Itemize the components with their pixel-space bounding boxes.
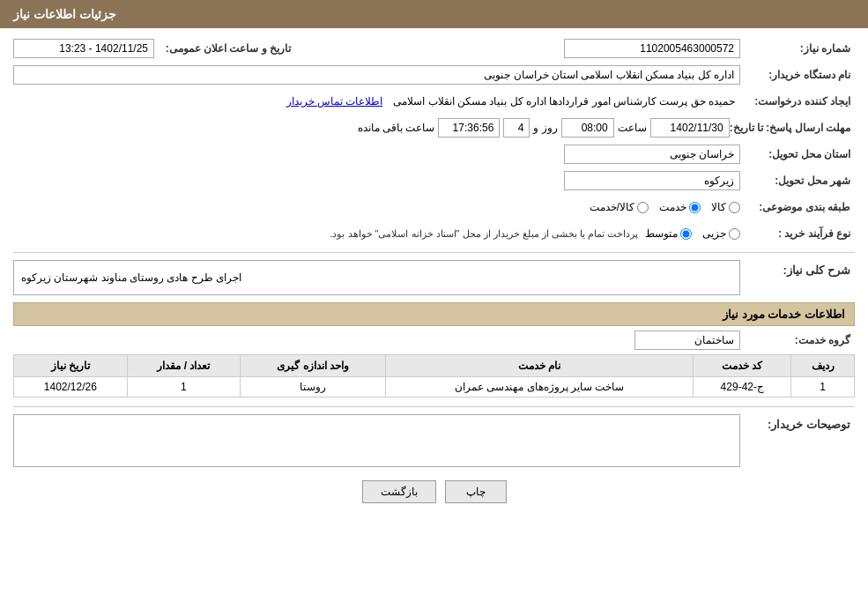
- nam-dastgah-label: نام دستگاه خریدار:: [740, 69, 855, 81]
- tarikh-label: تاریخ و ساعت اعلان عمومی:: [154, 42, 295, 55]
- page-container: جزئیات اطلاعات نیاز شماره نیاز: 11020054…: [0, 0, 868, 609]
- tabaqe-khedmat-item: خدمت: [659, 201, 701, 213]
- shahr-value: زیرکوه: [564, 171, 740, 190]
- table-cell: روستا: [241, 377, 386, 397]
- sherh-row: شرح کلی نیاز: اجرای طرح هادی روستای مناو…: [13, 260, 855, 295]
- page-title: جزئیات اطلاعات نیاز: [13, 7, 116, 21]
- tarikh-value: 1402/11/25 - 13:23: [13, 39, 154, 58]
- divider2: [13, 406, 855, 407]
- col-radif: ردیف: [791, 355, 855, 377]
- shomara-niaz-label: شماره نیاز:: [740, 42, 855, 55]
- rooz-label: روز و: [533, 122, 557, 134]
- col-unit: واحد اندازه گیری: [241, 355, 386, 377]
- nam-dastgah-value: اداره کل بنیاد مسکن انقلاب اسلامی استان …: [13, 65, 740, 85]
- ostan-label: استان محل تحویل:: [740, 148, 855, 160]
- tabaqe-kala-radio[interactable]: [729, 202, 740, 213]
- mohlat-label: مهلت ارسال پاسخ: تا تاریخ:: [730, 122, 855, 134]
- page-header: جزئیات اطلاعات نیاز: [0, 0, 868, 28]
- services-table: ردیف کد خدمت نام خدمت واحد اندازه گیری ت…: [13, 354, 855, 397]
- shahr-row: شهر محل تحویل: زیرکوه: [13, 169, 855, 192]
- mohlat-saat: 08:00: [561, 118, 614, 137]
- group-value: ساختمان: [634, 330, 740, 350]
- mohlat-row: مهلت ارسال پاسخ: تا تاریخ: 1402/11/30 سا…: [13, 116, 855, 139]
- mohlat-rooz: 4: [503, 118, 530, 137]
- services-table-body: 1ج-42-429ساخت سایر پروژه‌های مهندسی عمرا…: [14, 377, 855, 397]
- sherh-value: اجرای طرح هادی روستای مناوند شهرستان زیر…: [21, 271, 241, 284]
- shomara-niaz-row: شماره نیاز: 1102005463000572 تاریخ و ساع…: [13, 37, 855, 60]
- sherh-box: اجرای طرح هادی روستای مناوند شهرستان زیر…: [13, 260, 740, 295]
- divider1: [13, 252, 855, 253]
- noe-motavaset-radio[interactable]: [680, 228, 692, 240]
- tabaqe-khedmat-label: خدمت: [659, 201, 686, 213]
- services-table-head: ردیف کد خدمت نام خدمت واحد اندازه گیری ت…: [14, 355, 855, 377]
- tabaqe-group: کالا خدمت کالا/خدمت: [590, 201, 740, 213]
- ijad-label: ایجاد کننده درخواست:: [740, 95, 855, 108]
- mohlat-date: 1402/11/30: [650, 118, 730, 137]
- table-row: 1ج-42-429ساخت سایر پروژه‌های مهندسی عمرا…: [14, 377, 855, 397]
- nam-dastgah-row: نام دستگاه خریدار: اداره کل بنیاد مسکن ا…: [13, 63, 855, 86]
- col-date: تاریخ نیاز: [14, 355, 128, 377]
- noe-group: جزیی متوسط: [645, 227, 740, 240]
- noe-motavaset-item: متوسط: [645, 227, 692, 240]
- ijad-link[interactable]: اطلاعات تماس خریدار: [286, 95, 383, 108]
- tabaqe-khedmat-radio[interactable]: [689, 202, 701, 213]
- tabaqe-kalakhedmat-radio[interactable]: [637, 202, 649, 213]
- tabaqe-kala-label: کالا: [711, 201, 726, 213]
- noe-jozvi-item: جزیی: [702, 227, 740, 240]
- ostan-value: خراسان جنوبی: [564, 145, 740, 164]
- shomara-niaz-value: 1102005463000572: [564, 39, 740, 58]
- tabaqe-kala-item: کالا: [711, 201, 740, 213]
- table-cell: ساخت سایر پروژه‌های مهندسی عمران: [385, 377, 693, 397]
- buyer-desc-textarea[interactable]: [13, 414, 740, 467]
- buyer-desc-label: توصیحات خریدار:: [740, 414, 855, 431]
- shahr-label: شهر محل تحویل:: [740, 175, 855, 187]
- services-table-header-row: ردیف کد خدمت نام خدمت واحد اندازه گیری ت…: [14, 355, 855, 377]
- noe-row: نوع فرآیند خرید : جزیی متوسط پرداخت تمام…: [13, 222, 855, 245]
- col-count: تعداد / مقدار: [127, 355, 241, 377]
- mohlat-baqi: ساعت باقی مانده: [358, 122, 435, 134]
- noe-label: نوع فرآیند خرید :: [740, 227, 855, 240]
- noe-jozvi-radio[interactable]: [729, 228, 740, 240]
- chap-button[interactable]: چاپ: [445, 480, 507, 503]
- services-title: اطلاعات خدمات مورد نیاز: [723, 308, 845, 321]
- buyer-desc-row: توصیحات خریدار:: [13, 414, 855, 467]
- services-section-header: اطلاعات خدمات مورد نیاز: [13, 302, 855, 326]
- tabaqe-kalakhedmat-item: کالا/خدمت: [590, 201, 649, 213]
- button-group: چاپ بازگشت: [13, 480, 855, 516]
- noe-note: پرداخت تمام یا بخشی از مبلغ خریدار از مح…: [330, 228, 638, 240]
- col-code: کد خدمت: [694, 355, 791, 377]
- mohlat-countdown: 17:36:56: [438, 118, 500, 137]
- noe-motavaset-label: متوسط: [645, 227, 678, 240]
- ijad-value: حمیده حق پرست کارشناس امور قراردادها ادا…: [388, 92, 740, 111]
- table-cell: 1: [127, 377, 241, 397]
- ostan-row: استان محل تحویل: خراسان جنوبی: [13, 143, 855, 166]
- group-label: گروه خدمت:: [740, 334, 855, 346]
- main-content: شماره نیاز: 1102005463000572 تاریخ و ساع…: [0, 28, 868, 525]
- table-cell: ج-42-429: [694, 377, 791, 397]
- noe-jozvi-label: جزیی: [702, 227, 726, 240]
- table-cell: 1402/12/26: [14, 377, 128, 397]
- col-name: نام خدمت: [385, 355, 693, 377]
- sherh-label: شرح کلی نیاز:: [740, 260, 855, 277]
- bazgasht-button[interactable]: بازگشت: [362, 480, 436, 503]
- tabaqe-kalakhedmat-label: کالا/خدمت: [590, 201, 634, 213]
- group-service-row: گروه خدمت: ساختمان: [13, 330, 855, 350]
- tabaqe-row: طبقه بندی موضوعی: کالا خدمت کالا/خدمت: [13, 196, 855, 219]
- tabaqe-label: طبقه بندی موضوعی:: [740, 201, 855, 213]
- table-cell: 1: [791, 377, 855, 397]
- ijad-row: ایجاد کننده درخواست: حمیده حق پرست کارشن…: [13, 90, 855, 113]
- saat-label: ساعت: [618, 122, 647, 134]
